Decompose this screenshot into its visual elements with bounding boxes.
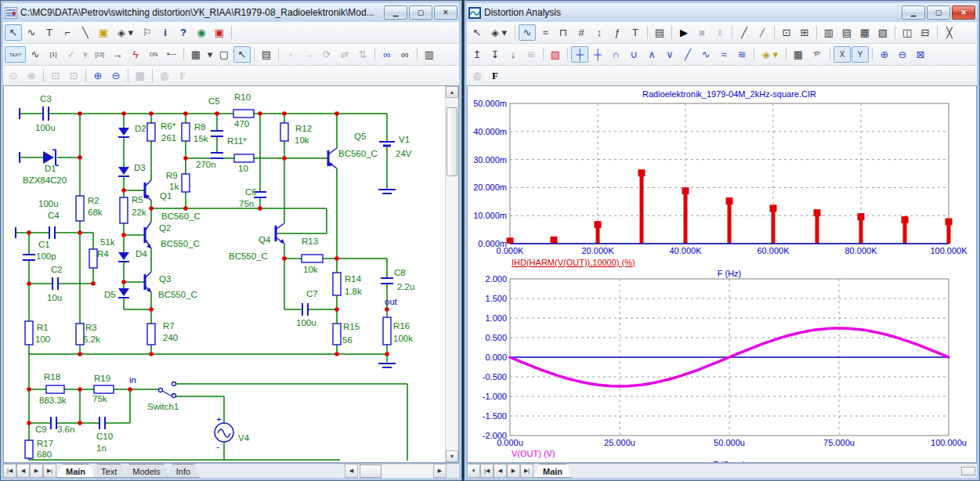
page-tab-text[interactable]: Text	[92, 464, 126, 478]
page-tab-info[interactable]: Info	[167, 464, 200, 478]
minimize-button[interactable]: ▁	[384, 5, 407, 20]
schematic-titlebar[interactable]: C:\MC9\DATA\Petrov\switching distortion\…	[3, 3, 459, 22]
horizontal-cursor-toggle[interactable]: ┼	[571, 46, 588, 63]
flag-tool[interactable]: ⚐	[139, 24, 156, 41]
help-globe-button[interactable]: ◍	[156, 67, 173, 84]
zoom-box-button[interactable]: ⊠	[912, 46, 929, 63]
animate-button[interactable]: ▨	[547, 46, 564, 63]
analysis-titlebar[interactable]: Distortion Analysis ▁ ▢ ✕	[467, 3, 977, 22]
pause-button[interactable]: ‖	[711, 24, 729, 41]
select-region-toggle[interactable]: ⊡	[778, 24, 795, 41]
align-cursors-button[interactable]: ≋	[523, 46, 540, 63]
y-scale-toggle[interactable]: Y	[852, 46, 869, 63]
harmonics-bars[interactable]	[507, 169, 953, 244]
repeat-find-button[interactable]: ∞	[396, 46, 414, 63]
line-tool[interactable]: ╲	[77, 24, 94, 41]
text-tool[interactable]: T	[41, 24, 58, 41]
properties-button[interactable]: ▤	[651, 24, 668, 41]
font-button[interactable]: F	[486, 67, 504, 84]
zoom-in-button[interactable]: ⊕	[89, 67, 107, 84]
go-to-global-low-button[interactable]: ≋	[733, 46, 750, 63]
page-nav-button[interactable]: ▶|	[43, 464, 56, 478]
zoom-out-button[interactable]: ⊖	[894, 46, 911, 63]
find-button[interactable]: ∞	[378, 46, 396, 63]
go-to-high-button[interactable]: ∧	[643, 46, 660, 63]
maximize-button[interactable]: ▢	[409, 5, 432, 20]
p-key-button[interactable]: 'P'	[808, 46, 826, 63]
page-nav-button[interactable]: ▶	[30, 464, 43, 478]
help-globe-button[interactable]: ◍	[468, 67, 486, 84]
zoom-out-button[interactable]: ⊖	[107, 67, 125, 84]
flip-x-button[interactable]: ⇄	[336, 46, 353, 63]
minimize-button[interactable]: ▁	[902, 5, 925, 20]
grid-box-toggle[interactable]: ⊞	[796, 24, 813, 41]
border-toggle[interactable]: ▢	[215, 46, 233, 63]
thumbnail-button[interactable]: ▦	[132, 67, 149, 84]
ortho-wire-tool[interactable]: ⌐	[59, 24, 76, 41]
clear-errors-button[interactable]: ⊗	[23, 67, 40, 84]
line-tool[interactable]: ╱	[736, 24, 753, 41]
page-tab-main[interactable]: Main	[56, 464, 95, 478]
page-nav-button[interactable]: ◀	[494, 464, 507, 478]
part-selector-dropdown[interactable]: ◈ ▾	[486, 24, 512, 41]
vertical-cursor-toggle[interactable]: ┼	[589, 46, 606, 63]
minor-grid-toggle[interactable]: ▦	[856, 24, 873, 41]
stretch-button[interactable]: ↔	[300, 46, 317, 63]
vip-dropdown[interactable]: ▾	[81, 46, 90, 63]
data-points-toggle[interactable]: ▥	[820, 24, 837, 41]
go-to-inflection-button[interactable]: ∿	[697, 46, 714, 63]
page-nav-button[interactable]: ▶|	[520, 464, 533, 478]
condition-display-toggle[interactable]: ON	[145, 46, 162, 63]
page-tab-main[interactable]: Main	[533, 464, 572, 478]
log-grid-toggle[interactable]: ▧	[874, 24, 891, 41]
info-page-button[interactable]: ▥	[421, 46, 438, 63]
close-button[interactable]: ✕	[952, 5, 975, 20]
select-curve-toggle[interactable]: ≈	[537, 24, 554, 41]
go-to-branch-button[interactable]: ↓	[504, 46, 522, 63]
horizontal-scrollbar[interactable]: ◀ ▶	[345, 464, 447, 478]
splitter-thumb[interactable]	[961, 467, 975, 476]
scroll-left-button[interactable]: ◀	[345, 464, 358, 478]
text-tool[interactable]: T	[627, 24, 644, 41]
page-nav-button[interactable]: |◀	[3, 464, 16, 478]
stop-button[interactable]: ■	[693, 24, 711, 41]
rotate-button[interactable]: ⟳	[318, 46, 335, 63]
wire-mode-tool[interactable]: ∿	[23, 24, 40, 41]
plot-area[interactable]: Radioelektronik_1979-04M_2kHz-square.CIR…	[467, 85, 977, 463]
page-nav-button[interactable]: |◀	[480, 464, 494, 478]
vertical-scroll-thumb[interactable]	[447, 107, 457, 176]
go-to-low-button[interactable]: ∨	[661, 46, 678, 63]
schematic-canvas[interactable]: C3100uD1BZX84C20100uC4R268kC1100pC210uR1…	[4, 86, 445, 462]
select-tool[interactable]: ↖	[468, 24, 486, 41]
function-button[interactable]: ƒ	[609, 24, 626, 41]
flip-y-button[interactable]: ⇅	[354, 46, 371, 63]
ruler-toggle[interactable]: ▤	[838, 24, 855, 41]
scale-limits-button[interactable]: ⊓	[555, 24, 572, 41]
scope-tool[interactable]: ╳	[941, 24, 958, 41]
node-snap-toggle[interactable]: •—	[163, 46, 180, 63]
data-grid-button[interactable]: ▦	[790, 46, 807, 63]
vertical-scrollbar[interactable]: ▲ ▼	[445, 86, 458, 462]
scroll-right-button[interactable]: ▶	[433, 464, 447, 478]
vertical-scroll-track[interactable]	[446, 98, 458, 450]
grid-toggle[interactable]: ▦	[187, 46, 204, 63]
node-numbers-toggle[interactable]: [1]	[45, 46, 62, 63]
info-tool[interactable]: i	[157, 24, 174, 41]
polyline-tool[interactable]: ╱	[754, 24, 771, 41]
attribute-display-toggle[interactable]: ∿	[27, 46, 44, 63]
error-indicator-icon[interactable]: ▣	[211, 24, 228, 41]
power-display-toggle[interactable]: ϟ	[127, 46, 144, 63]
horizontal-scroll-track[interactable]	[358, 464, 433, 478]
font-button[interactable]: F	[174, 67, 191, 84]
go-to-global-high-button[interactable]: ≈	[715, 46, 732, 63]
web-info-icon[interactable]: ◉	[193, 24, 210, 41]
text-display-toggle[interactable]: TEXT	[5, 46, 26, 63]
split-vertical-toggle[interactable]: ⊟	[917, 24, 934, 41]
prev-branch-button[interactable]: ↧	[486, 46, 504, 63]
go-to-valley-button[interactable]: ∪	[625, 46, 642, 63]
scale-format-button[interactable]: #	[573, 24, 590, 41]
cursor-mode-toggle[interactable]: ∿	[519, 24, 536, 41]
zoom-in-button[interactable]: ⊕	[876, 46, 893, 63]
close-button[interactable]: ✕	[434, 5, 457, 20]
go-to-slope-button[interactable]: ╱	[679, 46, 696, 63]
